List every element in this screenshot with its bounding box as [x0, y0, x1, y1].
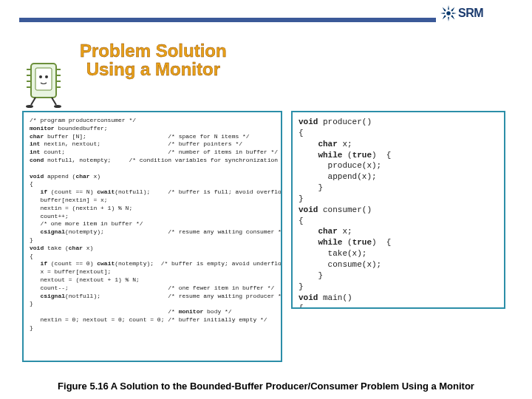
svg-point-13 — [26, 105, 33, 108]
svg-rect-2 — [35, 68, 52, 90]
svg-point-4 — [45, 75, 48, 78]
brand-logo: SRM — [440, 4, 523, 22]
svg-point-14 — [54, 105, 61, 108]
header-rule — [19, 18, 436, 22]
logo-text: SRM — [458, 7, 483, 20]
logo-icon — [440, 5, 457, 21]
svg-point-0 — [446, 11, 451, 16]
svg-point-3 — [39, 75, 42, 78]
title-line-2: Using a Monitor — [80, 60, 227, 78]
title-line-1: Problem Solution — [80, 41, 227, 60]
slide-title: Problem Solution Using a Monitor — [80, 41, 227, 78]
code-panel-procs: void producer() { char x; while (true) {… — [291, 111, 505, 309]
code-panel-monitor: /* program producerconsumer */ monitor b… — [22, 111, 282, 362]
chip-mascot-icon — [22, 58, 66, 109]
figure-caption: Figure 5.16 A Solution to the Bounded-Bu… — [0, 381, 532, 392]
